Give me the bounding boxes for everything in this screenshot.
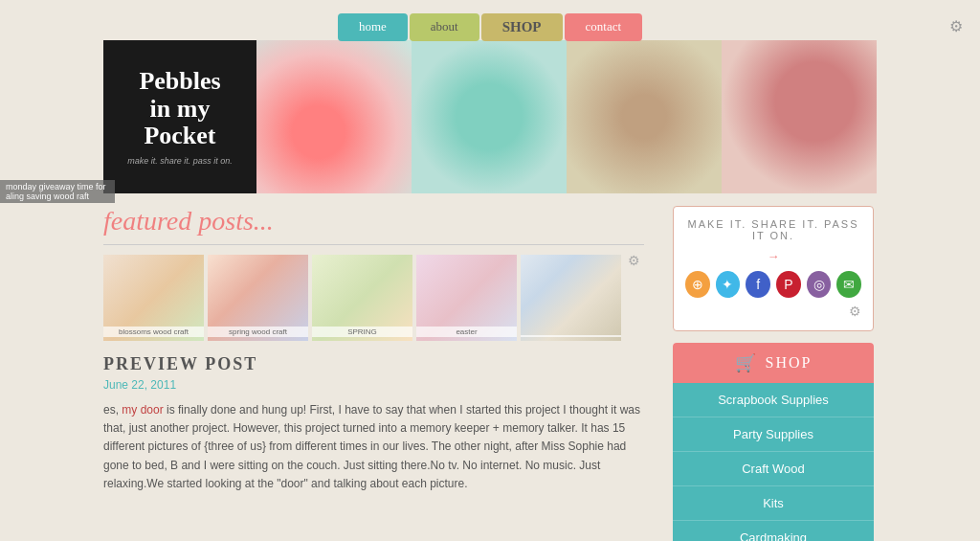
thumb-label-1: blossoms wood craft bbox=[103, 327, 204, 337]
social-pinterest-icon[interactable]: P bbox=[776, 271, 801, 298]
nav-shop[interactable]: SHOP bbox=[481, 13, 563, 41]
featured-thumb-2[interactable]: spring wood craft bbox=[208, 255, 308, 341]
logo-tagline: make it. share it. pass it on. bbox=[127, 156, 233, 166]
featured-gear-icon[interactable]: ⚙ bbox=[628, 253, 640, 268]
shop-header-label: SHOP bbox=[766, 354, 813, 372]
featured-thumb-4[interactable]: easter bbox=[416, 255, 517, 341]
featured-heading: featured posts... bbox=[103, 206, 644, 237]
right-sidebar: MAKE IT. SHARE IT. PASS IT ON. → ⊕ ✦ f P… bbox=[673, 206, 874, 541]
post-link[interactable]: my door bbox=[122, 403, 163, 417]
preview-post-title: PREVIEW POST bbox=[103, 354, 644, 374]
social-facebook-icon[interactable]: f bbox=[746, 271, 770, 298]
shop-section: 🛒 SHOP Scrapbook Supplies Party Supplies… bbox=[673, 343, 874, 541]
header-banner: Pebbles in my Pocket make it. share it. … bbox=[103, 40, 877, 193]
main-nav: home about SHOP contact bbox=[0, 13, 980, 41]
cart-icon: 🛒 bbox=[735, 352, 758, 373]
shop-header: 🛒 SHOP bbox=[673, 343, 874, 383]
banner-image-2 bbox=[412, 40, 567, 193]
social-icons: ⊕ ✦ f P ◎ ✉ bbox=[685, 271, 861, 298]
logo-box: Pebbles in my Pocket make it. share it. … bbox=[103, 40, 256, 193]
make-it-box: MAKE IT. SHARE IT. PASS IT ON. → ⊕ ✦ f P… bbox=[673, 206, 874, 331]
thumb-label-2: spring wood craft bbox=[208, 327, 308, 337]
banner-image-1 bbox=[256, 40, 412, 193]
nav-contact[interactable]: contact bbox=[565, 13, 643, 41]
featured-posts-row: blossoms wood craft spring wood craft SP… bbox=[103, 255, 644, 341]
shop-item-scrapbook[interactable]: Scrapbook Supplies bbox=[673, 383, 874, 417]
post-date: June 22, 2011 bbox=[103, 378, 644, 392]
side-note: monday giveaway time for aling saving wo… bbox=[0, 180, 115, 203]
shop-item-party[interactable]: Party Supplies bbox=[673, 417, 874, 452]
make-it-gear-icon[interactable]: ⚙ bbox=[685, 304, 861, 319]
social-rss-icon[interactable]: ⊕ bbox=[685, 271, 710, 298]
thumb-label-4: easter bbox=[416, 327, 517, 337]
social-instagram-icon[interactable]: ◎ bbox=[807, 271, 832, 298]
thumb-label-3: SPRING bbox=[312, 327, 412, 337]
banner-image-3 bbox=[567, 40, 722, 193]
nav-about[interactable]: about bbox=[410, 13, 479, 41]
shop-item-craft-wood[interactable]: Craft Wood bbox=[673, 452, 874, 486]
main-content: featured posts... blossoms wood craft sp… bbox=[103, 206, 644, 493]
social-email-icon[interactable]: ✉ bbox=[836, 271, 861, 298]
featured-thumb-1[interactable]: blossoms wood craft bbox=[103, 255, 204, 341]
featured-thumb-5[interactable] bbox=[521, 255, 621, 341]
post-body: es, my door is finally done and hung up!… bbox=[103, 401, 644, 493]
featured-thumb-3[interactable]: SPRING bbox=[312, 255, 412, 341]
social-twitter-icon[interactable]: ✦ bbox=[716, 271, 741, 298]
shop-item-kits[interactable]: Kits bbox=[673, 486, 874, 521]
make-it-title: MAKE IT. SHARE IT. PASS IT ON. bbox=[685, 218, 861, 241]
logo-title: Pebbles in my Pocket bbox=[139, 68, 220, 150]
make-it-arrow: → bbox=[685, 249, 861, 263]
banner-images bbox=[256, 40, 877, 193]
thumb-label-5 bbox=[521, 335, 621, 337]
featured-divider bbox=[103, 244, 644, 245]
shop-item-cardmaking[interactable]: Cardmaking bbox=[673, 521, 874, 541]
nav-home[interactable]: home bbox=[338, 13, 408, 41]
banner-image-4 bbox=[722, 40, 877, 193]
